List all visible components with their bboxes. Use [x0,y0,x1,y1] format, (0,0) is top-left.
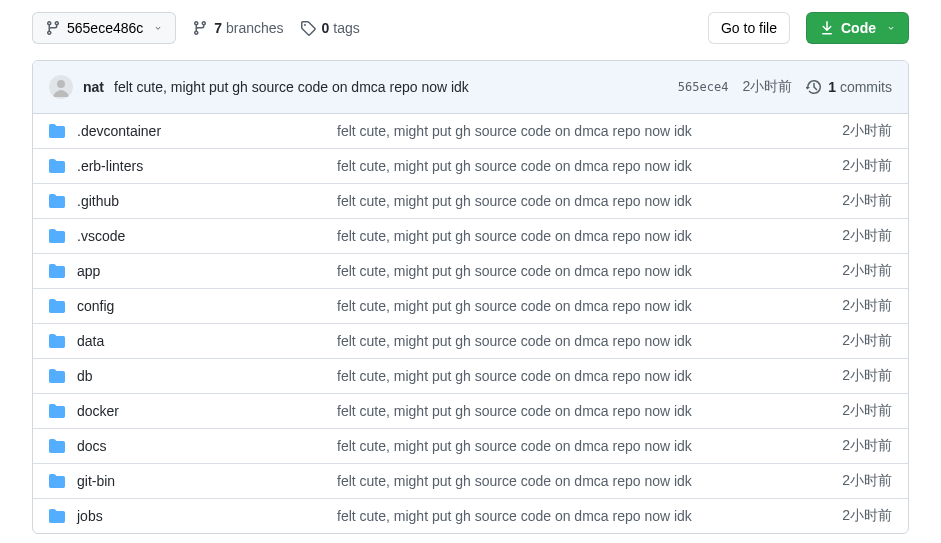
commit-message[interactable]: felt cute, might put gh source code on d… [114,79,469,95]
file-name-link[interactable]: docs [77,438,107,454]
file-commit-message[interactable]: felt cute, might put gh source code on d… [337,123,692,139]
table-row: dbfelt cute, might put gh source code on… [33,359,908,394]
commit-meta: 565ece4 2小时前 1 commits [678,78,892,96]
table-row: jobsfelt cute, might put gh source code … [33,499,908,533]
file-time: 2小时前 [802,122,892,140]
commit-sha[interactable]: 565ece4 [678,80,729,94]
branch-select-button[interactable]: 565ece486c [32,12,176,44]
branches-label: branches [226,20,284,36]
git-branch-icon [192,20,208,36]
folder-icon [49,123,77,139]
file-commit-message[interactable]: felt cute, might put gh source code on d… [337,298,692,314]
repo-toolbar: 565ece486c 7 branches 0 tags Go to file … [32,12,909,44]
table-row: .devcontainerfelt cute, might put gh sou… [33,114,908,149]
folder-icon [49,193,77,209]
tags-count: 0 [322,20,330,36]
commit-time: 2小时前 [742,78,792,96]
file-commit-message[interactable]: felt cute, might put gh source code on d… [337,438,692,454]
commits-count: 1 [828,79,836,95]
folder-icon [49,403,77,419]
svg-point-1 [57,80,65,88]
folder-icon [49,228,77,244]
folder-icon [49,298,77,314]
table-row: .vscodefelt cute, might put gh source co… [33,219,908,254]
file-time: 2小时前 [802,437,892,455]
file-commit-message[interactable]: felt cute, might put gh source code on d… [337,158,692,174]
file-name-link[interactable]: docker [77,403,119,419]
go-to-file-button[interactable]: Go to file [708,12,790,44]
avatar[interactable] [49,75,73,99]
folder-icon [49,333,77,349]
tags-label: tags [333,20,359,36]
file-commit-message[interactable]: felt cute, might put gh source code on d… [337,368,692,384]
file-commit-message[interactable]: felt cute, might put gh source code on d… [337,333,692,349]
chevron-down-icon [886,23,896,33]
code-label: Code [841,18,876,38]
file-name-link[interactable]: app [77,263,100,279]
file-name-link[interactable]: .vscode [77,228,125,244]
branches-count: 7 [214,20,222,36]
tag-icon [300,20,316,36]
table-row: .githubfelt cute, might put gh source co… [33,184,908,219]
file-time: 2小时前 [802,507,892,525]
file-name-link[interactable]: .github [77,193,119,209]
code-button[interactable]: Code [806,12,909,44]
file-time: 2小时前 [802,367,892,385]
table-row: git-binfelt cute, might put gh source co… [33,464,908,499]
branch-label: 565ece486c [67,18,143,38]
table-row: configfelt cute, might put gh source cod… [33,289,908,324]
folder-icon [49,158,77,174]
file-name-link[interactable]: config [77,298,114,314]
go-to-file-label: Go to file [721,18,777,38]
file-time: 2小时前 [802,402,892,420]
file-commit-message[interactable]: felt cute, might put gh source code on d… [337,473,692,489]
file-rows: .devcontainerfelt cute, might put gh sou… [33,114,908,533]
folder-icon [49,263,77,279]
file-time: 2小时前 [802,297,892,315]
table-row: datafelt cute, might put gh source code … [33,324,908,359]
file-commit-message[interactable]: felt cute, might put gh source code on d… [337,193,692,209]
file-name-link[interactable]: .devcontainer [77,123,161,139]
folder-icon [49,473,77,489]
file-name-link[interactable]: data [77,333,104,349]
table-row: .erb-lintersfelt cute, might put gh sour… [33,149,908,184]
file-listing-box: nat felt cute, might put gh source code … [32,60,909,534]
commit-author[interactable]: nat [83,79,104,95]
table-row: appfelt cute, might put gh source code o… [33,254,908,289]
file-time: 2小时前 [802,157,892,175]
file-time: 2小时前 [802,227,892,245]
file-name-link[interactable]: db [77,368,93,384]
folder-icon [49,438,77,454]
file-commit-message[interactable]: felt cute, might put gh source code on d… [337,508,692,524]
commits-label: commits [840,79,892,95]
folder-icon [49,368,77,384]
file-commit-message[interactable]: felt cute, might put gh source code on d… [337,403,692,419]
branches-link[interactable]: 7 branches [192,20,283,36]
file-name-link[interactable]: .erb-linters [77,158,143,174]
file-commit-message[interactable]: felt cute, might put gh source code on d… [337,263,692,279]
tags-link[interactable]: 0 tags [300,20,360,36]
file-commit-message[interactable]: felt cute, might put gh source code on d… [337,228,692,244]
file-time: 2小时前 [802,472,892,490]
commits-link[interactable]: 1 commits [806,79,892,95]
file-name-link[interactable]: jobs [77,508,103,524]
table-row: dockerfelt cute, might put gh source cod… [33,394,908,429]
file-time: 2小时前 [802,262,892,280]
file-time: 2小时前 [802,192,892,210]
folder-icon [49,508,77,524]
download-icon [819,20,835,36]
table-row: docsfelt cute, might put gh source code … [33,429,908,464]
history-icon [806,79,822,95]
file-time: 2小时前 [802,332,892,350]
git-branch-icon [45,20,61,36]
chevron-down-icon [153,23,163,33]
latest-commit-bar: nat felt cute, might put gh source code … [33,61,908,114]
file-name-link[interactable]: git-bin [77,473,115,489]
